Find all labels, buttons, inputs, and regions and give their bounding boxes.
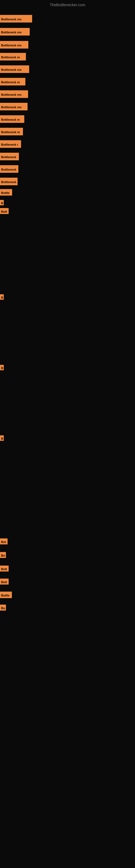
- bar-item: B: [0, 200, 4, 207]
- bar-label: Bottleneck res: [0, 103, 28, 111]
- bar-item: Bottleneck re: [0, 115, 24, 124]
- bar-item: Bott: [0, 579, 9, 586]
- bar-label: Bottle: [0, 592, 12, 598]
- bar-label: Bottleneck res: [0, 28, 30, 35]
- bar-item: Bottleneck res: [0, 90, 28, 99]
- bar-item: Bottleneck res: [0, 103, 28, 112]
- bar-item: Bottleneck re: [0, 53, 26, 62]
- bar-item: Bo: [0, 604, 6, 612]
- bar-label: Bo: [0, 552, 6, 558]
- bar-item: Bottleneck res: [0, 28, 30, 37]
- bar-item: B: [0, 365, 4, 371]
- bar-label: B: [0, 200, 4, 205]
- bar-item: B: [0, 294, 4, 301]
- bar-item: Bottleneck: [0, 178, 17, 186]
- bar-item: Bott: [0, 565, 9, 572]
- bar-label: Bott: [0, 579, 9, 585]
- bar-label: B: [0, 294, 4, 300]
- bar-label: B: [0, 435, 4, 441]
- bar-label: B: [0, 365, 4, 370]
- bar-label: Bottleneck r: [0, 140, 21, 148]
- bar-label: Bottleneck res: [0, 90, 28, 98]
- bar-label: Bott: [0, 208, 9, 214]
- bar-item: Bottleneck res: [0, 15, 32, 24]
- bar-label: Bottleneck: [0, 153, 19, 160]
- bar-label: Bot: [0, 538, 8, 545]
- bar-label: Bottleneck res: [0, 65, 29, 73]
- site-title: TheBottlenecker.com: [0, 1, 135, 9]
- bar-item: B: [0, 435, 4, 442]
- bar-item: Bottleneck: [0, 153, 19, 161]
- bar-label: Bottleneck res: [0, 15, 32, 23]
- bar-item: Bottleneck re: [0, 128, 23, 136]
- bar-label: Bott: [0, 565, 9, 571]
- bar-item: Bottleneck res: [0, 41, 28, 50]
- bar-item: Bottle: [0, 592, 12, 599]
- bar-label: Bottleneck re: [0, 78, 26, 86]
- bar-label: Bottleneck re: [0, 128, 23, 135]
- bar-label: Bottleneck: [0, 178, 17, 185]
- bar-item: Bott: [0, 208, 9, 215]
- bar-item: Bottleneck: [0, 165, 18, 174]
- bar-label: Bottleneck re: [0, 115, 24, 123]
- bar-item: Bottle: [0, 189, 12, 197]
- bar-item: Bo: [0, 552, 6, 559]
- bar-label: Bottleneck res: [0, 41, 28, 49]
- bar-label: Bottleneck re: [0, 53, 26, 61]
- bar-item: Bottleneck re: [0, 78, 26, 87]
- bar-item: Bot: [0, 538, 8, 546]
- bar-label: Bottleneck: [0, 165, 18, 173]
- bar-item: Bottleneck r: [0, 140, 21, 149]
- bar-label: Bo: [0, 604, 6, 611]
- bar-label: Bottle: [0, 189, 12, 195]
- bar-item: Bottleneck res: [0, 65, 29, 74]
